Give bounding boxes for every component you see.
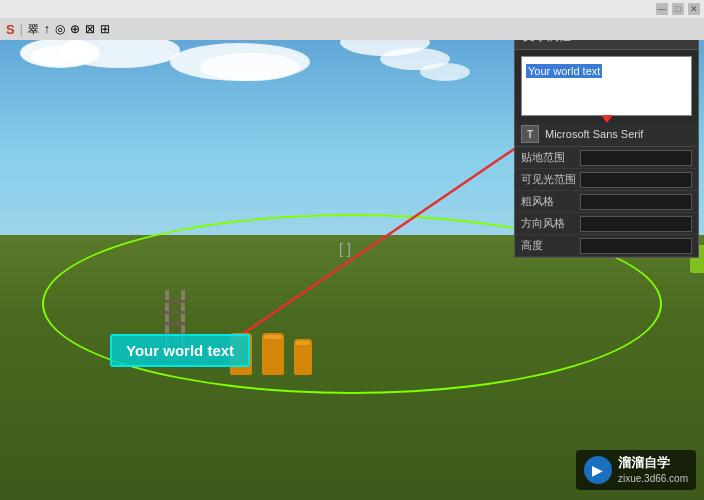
watermark-text: 溜溜自学 zixue.3d66.com — [618, 454, 688, 486]
crosshair: [ ] — [335, 239, 355, 259]
preview-arrow-indicator — [601, 115, 613, 123]
world-text-label: Your world text — [110, 334, 250, 367]
prop-value-0[interactable] — [580, 150, 692, 166]
watermark-main-text: 溜溜自学 — [618, 454, 688, 472]
minimize-button[interactable]: — — [656, 3, 668, 15]
toolbar-btn-5[interactable]: ⊠ — [85, 22, 95, 36]
prop-label-2: 粗风格 — [521, 194, 576, 209]
watermark-logo: ▶ — [584, 456, 612, 484]
title-bar: — □ ✕ — [0, 0, 704, 18]
prop-label-1: 可见光范围 — [521, 172, 576, 187]
prop-row-3[interactable]: 方向风格 — [515, 213, 698, 235]
cloud — [170, 43, 310, 81]
font-row[interactable]: T Microsoft Sans Serif — [515, 122, 698, 147]
cloud — [30, 46, 90, 66]
bollard-3 — [294, 339, 312, 375]
toolbar-logo: S — [6, 22, 15, 37]
prop-row-2[interactable]: 粗风格 — [515, 191, 698, 213]
cloud — [420, 63, 470, 81]
prop-value-2[interactable] — [580, 194, 692, 210]
prop-row-0[interactable]: 贴地范围 — [515, 147, 698, 169]
prop-value-4[interactable] — [580, 238, 692, 254]
properties-panel: 文字属性 Your world text T Microsoft Sans Se… — [514, 23, 699, 258]
toolbar-btn-3[interactable]: ◎ — [55, 22, 65, 36]
main-scene: S | 翠 ↑ ◎ ⊕ ⊠ ⊞ [ ] — [0, 18, 704, 500]
toolbar-btn-4[interactable]: ⊕ — [70, 22, 80, 36]
font-icon: T — [521, 125, 539, 143]
toolbar-btn-1[interactable]: 翠 — [28, 22, 39, 37]
maximize-button[interactable]: □ — [672, 3, 684, 15]
svg-rect-5 — [165, 311, 185, 314]
watermark: ▶ 溜溜自学 zixue.3d66.com — [576, 450, 696, 490]
prop-label-4: 高度 — [521, 238, 576, 253]
close-button[interactable]: ✕ — [688, 3, 700, 15]
prop-row-1[interactable]: 可见光范围 — [515, 169, 698, 191]
preview-selected-text: Your world text — [526, 64, 602, 78]
svg-rect-4 — [165, 300, 185, 303]
prop-value-1[interactable] — [580, 172, 692, 188]
world-text-content: Your world text — [126, 342, 234, 359]
toolbar-separator: | — [20, 22, 23, 36]
bollard-2 — [262, 333, 284, 375]
text-preview-box[interactable]: Your world text — [521, 56, 692, 116]
font-name-label: Microsoft Sans Serif — [545, 128, 643, 140]
svg-rect-6 — [165, 322, 185, 325]
toolbar-btn-2[interactable]: ↑ — [44, 22, 50, 36]
prop-label-3: 方向风格 — [521, 216, 576, 231]
toolbar: S | 翠 ↑ ◎ ⊕ ⊠ ⊞ — [0, 18, 704, 40]
prop-row-4[interactable]: 高度 — [515, 235, 698, 257]
prop-value-3[interactable] — [580, 216, 692, 232]
toolbar-btn-6[interactable]: ⊞ — [100, 22, 110, 36]
watermark-sub-text: zixue.3d66.com — [618, 472, 688, 486]
prop-label-0: 贴地范围 — [521, 150, 576, 165]
